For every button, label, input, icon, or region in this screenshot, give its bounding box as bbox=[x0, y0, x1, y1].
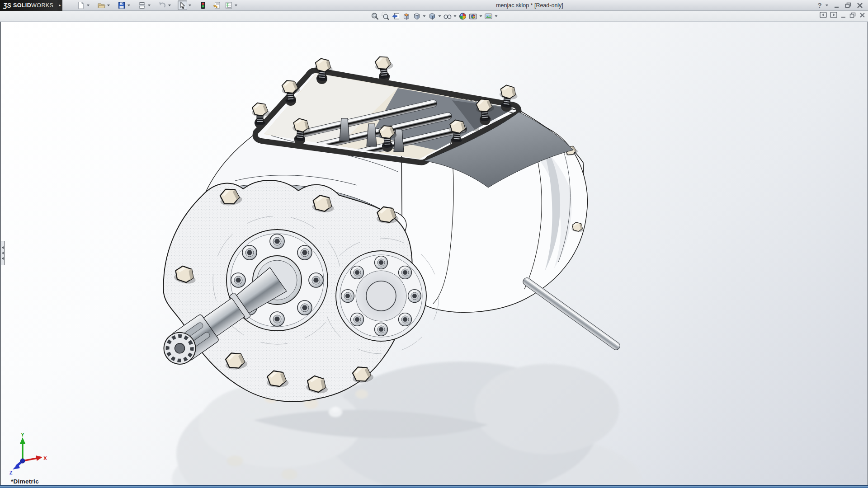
apply-scene-dropdown[interactable] bbox=[478, 11, 483, 21]
close-button[interactable] bbox=[855, 1, 864, 9]
feature-tree-collapse-tab[interactable] bbox=[1, 241, 5, 265]
y-axis-label: Y bbox=[21, 432, 24, 437]
brand-text-light: WORKS bbox=[31, 2, 53, 9]
view-orientation-label: *Dimetric bbox=[11, 478, 39, 485]
triad-origin bbox=[20, 459, 25, 463]
save-button[interactable] bbox=[117, 0, 126, 10]
previous-view-button[interactable] bbox=[391, 11, 401, 21]
view-settings-icon bbox=[484, 12, 492, 20]
collapse-pane-right-button[interactable] bbox=[830, 12, 837, 20]
solidworks-logo-mark: ƷS bbox=[3, 2, 11, 9]
solidworks-logo: ƷS SOLIDWORKS bbox=[0, 0, 57, 11]
zoom-to-area-icon bbox=[381, 12, 389, 20]
save-dropdown[interactable] bbox=[126, 0, 131, 10]
file-properties-icon bbox=[212, 1, 221, 9]
document-title: menjac sklop * [Read-only] bbox=[244, 2, 815, 9]
help-dropdown[interactable] bbox=[824, 0, 829, 10]
section-view-button[interactable] bbox=[401, 11, 411, 21]
doc-restore-icon bbox=[849, 12, 856, 18]
new-document-dropdown[interactable] bbox=[85, 0, 90, 10]
new-document-button[interactable] bbox=[76, 0, 85, 10]
undo-button[interactable] bbox=[157, 0, 167, 10]
doc-close-button[interactable] bbox=[859, 12, 865, 20]
collapse-arrow-icon bbox=[2, 252, 4, 254]
window-controls: ? bbox=[815, 0, 864, 10]
doc-minimize-button[interactable] bbox=[840, 12, 846, 20]
orientation-triad: Y X Z bbox=[5, 432, 48, 475]
rear-shaft-rod[interactable] bbox=[522, 277, 622, 352]
select-button[interactable] bbox=[178, 0, 187, 10]
collapse-right-icon bbox=[830, 12, 837, 18]
heads-up-view-toolbar bbox=[370, 11, 499, 21]
document-window-controls bbox=[820, 12, 865, 20]
rebuild-button[interactable] bbox=[198, 0, 208, 10]
collapse-left-icon bbox=[820, 12, 827, 18]
minimize-icon bbox=[834, 3, 840, 8]
minimize-button[interactable] bbox=[832, 1, 841, 9]
zoom-to-area-button[interactable] bbox=[380, 11, 391, 21]
apply-scene-button[interactable] bbox=[468, 11, 478, 21]
options-checklist-icon bbox=[225, 1, 233, 9]
hide-show-items-button[interactable] bbox=[442, 11, 453, 21]
section-view-icon bbox=[402, 12, 410, 20]
view-settings-dropdown[interactable] bbox=[494, 11, 499, 21]
appearance-ball-icon bbox=[458, 12, 467, 20]
x-axis-arrow bbox=[36, 455, 42, 461]
restore-icon bbox=[845, 2, 852, 8]
undo-dropdown[interactable] bbox=[167, 0, 172, 10]
display-style-dropdown[interactable] bbox=[437, 11, 442, 21]
collapse-arrow-icon bbox=[2, 257, 4, 260]
subbar bbox=[0, 11, 868, 22]
gearbox-3d-model[interactable] bbox=[1, 22, 867, 485]
view-orientation-dropdown[interactable] bbox=[422, 11, 427, 21]
select-dropdown[interactable] bbox=[187, 0, 192, 10]
view-settings-button[interactable] bbox=[483, 11, 494, 21]
display-style-icon bbox=[428, 12, 436, 20]
z-axis-label: Z bbox=[9, 470, 13, 475]
close-icon bbox=[857, 3, 863, 8]
zoom-to-fit-button[interactable] bbox=[370, 11, 380, 21]
select-cursor-icon bbox=[179, 1, 187, 9]
zoom-to-fit-icon bbox=[371, 12, 379, 20]
graphics-viewport[interactable]: Y X Z *Dimetric bbox=[0, 22, 868, 485]
view-orientation-button[interactable] bbox=[411, 11, 422, 21]
right-bearing-retainer[interactable] bbox=[336, 251, 426, 341]
previous-view-icon bbox=[392, 12, 400, 20]
options-dropdown[interactable] bbox=[233, 0, 238, 10]
apply-scene-icon bbox=[469, 12, 477, 20]
edit-appearance-button[interactable] bbox=[458, 11, 468, 21]
doc-restore-button[interactable] bbox=[849, 12, 856, 20]
y-axis-arrow bbox=[20, 437, 26, 444]
collapse-arrow-icon bbox=[2, 246, 4, 249]
options-button[interactable] bbox=[224, 0, 233, 10]
main-toolbar bbox=[76, 0, 244, 10]
logo-flyout-arrow[interactable]: ▸ bbox=[57, 0, 62, 11]
hide-show-items-dropdown[interactable] bbox=[453, 11, 458, 21]
restore-button[interactable] bbox=[844, 1, 853, 9]
open-dropdown[interactable] bbox=[106, 0, 111, 10]
eyeglasses-icon bbox=[443, 12, 451, 20]
print-button[interactable] bbox=[137, 0, 146, 10]
brand-text-bold: SOLID bbox=[13, 2, 31, 9]
help-button[interactable]: ? bbox=[815, 1, 824, 9]
x-axis-label: X bbox=[43, 455, 47, 461]
file-properties-button[interactable] bbox=[212, 0, 221, 10]
print-dropdown[interactable] bbox=[146, 0, 151, 10]
open-button[interactable] bbox=[96, 0, 106, 10]
print-icon bbox=[138, 1, 146, 9]
doc-minimize-icon bbox=[840, 12, 846, 18]
doc-close-icon bbox=[859, 13, 865, 18]
new-document-icon bbox=[77, 1, 85, 9]
undo-icon bbox=[158, 1, 166, 9]
titlebar: ƷS SOLIDWORKS ▸ bbox=[0, 0, 868, 11]
display-style-button[interactable] bbox=[427, 11, 437, 21]
save-icon bbox=[118, 1, 126, 9]
collapse-pane-left-button[interactable] bbox=[820, 12, 827, 20]
open-icon bbox=[97, 1, 105, 9]
window-bottom-border bbox=[0, 485, 868, 488]
view-orientation-icon bbox=[412, 12, 420, 20]
traffic-light-icon bbox=[199, 1, 207, 9]
